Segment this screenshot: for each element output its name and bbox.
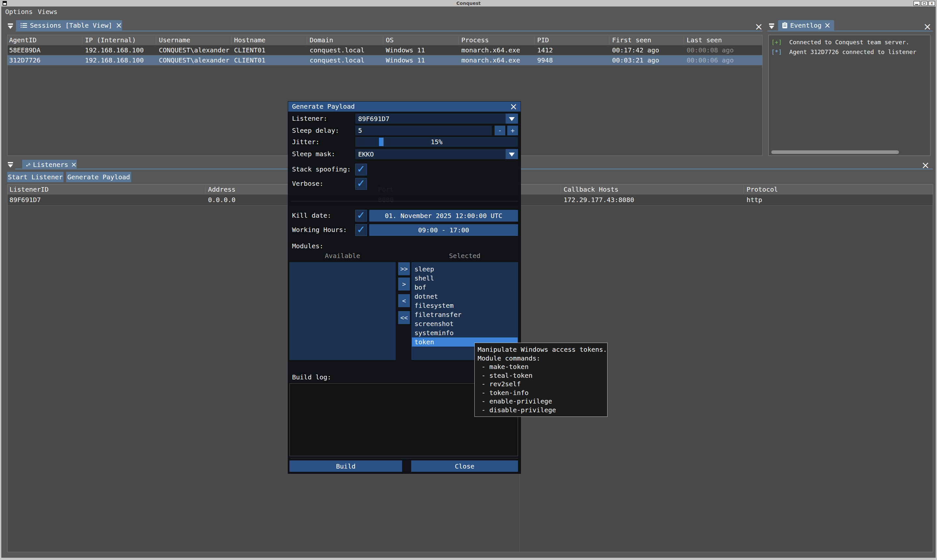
tab-sessions-label: Sessions [Table View] (30, 22, 113, 29)
module-item-filesystem[interactable]: filesystem (412, 301, 518, 310)
module-item-sleep[interactable]: sleep (412, 265, 518, 274)
column-header-agentid[interactable]: AgentID (9, 35, 37, 45)
tab-listeners[interactable]: Listeners × (22, 160, 77, 169)
cell: Windows 11 (386, 55, 425, 65)
dialog-close-icon[interactable]: × (510, 102, 517, 112)
tooltip-command: - steal-token (478, 371, 607, 380)
tab-listeners-label: Listeners (33, 161, 68, 169)
verbose-label: Verbose: (292, 178, 323, 189)
chevron-down-icon[interactable] (505, 114, 518, 124)
chevron-down-icon[interactable] (505, 149, 518, 159)
dialog-titlebar[interactable]: Generate Payload × (288, 102, 521, 112)
module-item-shell[interactable]: shell (412, 274, 518, 283)
menu-item-views[interactable]: Views (38, 8, 57, 15)
menu-item-options[interactable]: Options (5, 8, 32, 15)
column-separator (82, 36, 82, 45)
tab-sessions[interactable]: Sessions [Table View] × (16, 20, 122, 31)
column-header-domain[interactable]: Domain (310, 35, 333, 45)
module-item-screenshot[interactable]: screenshot (412, 319, 518, 328)
dialog-footer-separator (291, 458, 518, 458)
sleep-mask-combobox[interactable]: EKKO (355, 149, 518, 159)
cell: CLIENT01 (234, 45, 265, 55)
move-all-left-button[interactable]: << (398, 311, 410, 324)
listeners-collapse-icon[interactable] (8, 162, 13, 168)
kill-date-picker[interactable]: 01. November 2025 12:00:00 UTC (369, 210, 518, 222)
eventlog-collapse-icon[interactable] (769, 23, 774, 29)
eventlog-tab-underline (767, 31, 933, 32)
listener-value: 89F691D7 (358, 114, 389, 124)
module-item-bof[interactable]: bof (412, 283, 518, 292)
tab-listeners-close-icon[interactable]: × (71, 160, 77, 169)
column-separator (684, 36, 684, 45)
close-button[interactable]: x (929, 1, 935, 6)
jitter-label: Jitter: (292, 137, 319, 147)
module-item-filetransfer[interactable]: filetransfer (412, 310, 518, 319)
clipboard-icon (782, 22, 788, 29)
available-modules-list[interactable] (290, 262, 396, 360)
column-header-pid[interactable]: PID (537, 35, 549, 45)
stack-spoofing-checkbox[interactable]: ✓ (355, 164, 367, 175)
dialog-title: Generate Payload (292, 102, 355, 112)
cell: CLIENT01 (234, 55, 265, 65)
working-hours-picker[interactable]: 09:00 - 17:00 (369, 224, 518, 236)
column-separator (307, 36, 307, 45)
tab-sessions-close-icon[interactable]: × (116, 21, 122, 30)
sleep-delay-increment-button[interactable]: + (507, 126, 518, 135)
verbose-checkbox[interactable]: ✓ (355, 178, 367, 190)
working-hours-checkbox[interactable]: ✓ (355, 224, 367, 236)
move-left-button[interactable]: < (398, 294, 410, 307)
column-separator (383, 36, 383, 45)
column-separator (561, 185, 561, 194)
listener-label: Listener: (292, 114, 327, 124)
cell: http (746, 195, 762, 205)
close-dialog-button[interactable]: Close (411, 460, 518, 472)
sleep-mask-label: Sleep mask: (292, 149, 335, 159)
kill-date-checkbox[interactable]: ✓ (355, 210, 367, 222)
column-header-os[interactable]: OS (386, 35, 394, 45)
cell: 00:00:06 ago (687, 55, 734, 65)
column-header-callback-hosts[interactable]: Callback Hosts (564, 185, 619, 195)
column-header-username[interactable]: Username (159, 35, 190, 45)
jitter-slider[interactable]: 15% (355, 137, 518, 147)
move-all-right-button[interactable]: >> (398, 262, 410, 275)
column-header-protocol[interactable]: Protocol (746, 185, 778, 195)
column-header-address[interactable]: Address (208, 185, 236, 195)
eventlog-line: [+] Connected to Conquest team server. (769, 38, 930, 47)
sleep-delay-value: 5 (358, 126, 362, 135)
column-header-first-seen[interactable]: First seen (612, 35, 651, 45)
column-header-ip-internal-[interactable]: IP (Internal) (85, 35, 136, 45)
titlebar: Conquest x (0, 0, 937, 6)
sleep-delay-decrement-button[interactable]: - (495, 126, 505, 135)
listener-combobox[interactable]: 89F691D7 (355, 114, 518, 124)
sleep-delay-input[interactable]: 5 (355, 126, 492, 135)
tooltip-description: Manipulate Windows access tokens. (478, 345, 607, 354)
column-header-process[interactable]: Process (461, 35, 489, 45)
build-button[interactable]: Build (290, 460, 402, 472)
build-log-label: Build log: (292, 372, 331, 382)
cell: 312D7726 (9, 55, 40, 65)
column-header-listenerid[interactable]: ListenerID (9, 185, 48, 195)
cell: 89F691D7 (9, 195, 41, 205)
table-row[interactable]: 312D7726192.168.168.100CONQUEST\alexande… (8, 55, 762, 65)
minimize-button[interactable] (914, 1, 920, 6)
maximize-button[interactable] (921, 1, 928, 6)
tab-eventlog[interactable]: Eventlog × (778, 20, 834, 31)
table-row[interactable]: 58EE89DA192.168.168.100CONQUEST\alexande… (8, 45, 762, 55)
module-item-dotnet[interactable]: dotnet (412, 292, 518, 301)
cell: 172.29.177.43:8080 (564, 195, 634, 205)
module-item-systeminfo[interactable]: systeminfo (412, 328, 518, 337)
cell: monarch.x64.exe (461, 55, 520, 65)
generate-payload-button[interactable]: Generate Payload (66, 172, 131, 182)
column-header-last-seen[interactable]: Last seen (687, 35, 722, 45)
tab-eventlog-close-icon[interactable]: × (824, 21, 831, 30)
move-right-button[interactable]: > (398, 278, 410, 291)
sessions-collapse-icon[interactable] (8, 23, 13, 29)
eventlog-horizontal-scrollbar[interactable] (771, 150, 899, 154)
column-header-hostname[interactable]: Hostname (234, 35, 265, 45)
cell: Windows 11 (386, 45, 425, 55)
selected-modules-header: Selected (411, 252, 518, 260)
start-listener-button[interactable]: Start Listener (7, 172, 63, 182)
cell: CONQUEST\alexander (159, 45, 230, 55)
cell: 00:17:42 ago (612, 45, 659, 55)
kill-date-label: Kill date: (292, 211, 331, 221)
